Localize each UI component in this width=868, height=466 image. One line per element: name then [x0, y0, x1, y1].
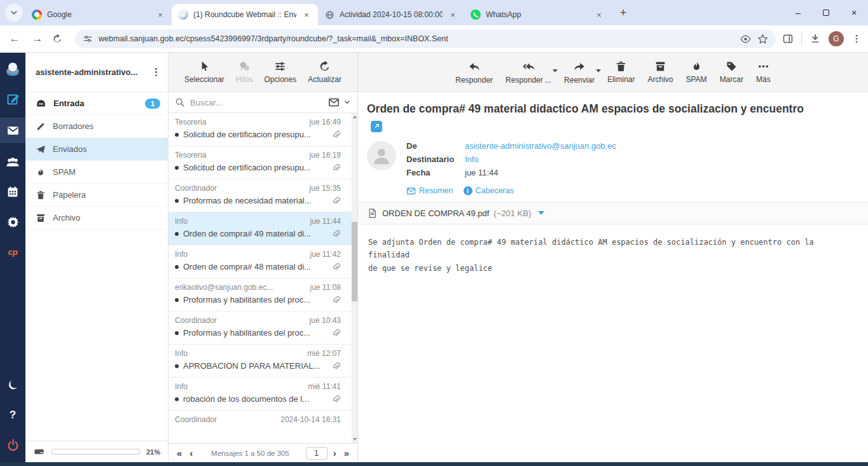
scroll-up-icon[interactable] — [353, 116, 357, 118]
prev-page-button[interactable]: ‹ — [188, 448, 195, 458]
url-text[interactable]: webmail.sanjuan.gob.ec/cpsess5423996997/… — [99, 34, 734, 43]
window-controls: – × — [784, 0, 868, 25]
list-scrollbar[interactable] — [352, 113, 357, 443]
message-row[interactable]: erikaolivo@sanjuan.gob.ec...jue 11:08 Pr… — [169, 278, 357, 312]
scroll-down-icon[interactable] — [353, 438, 357, 441]
folder-spam[interactable]: SPAM — [25, 161, 168, 184]
tab-whatsapp[interactable]: WhatsApp × — [464, 4, 610, 25]
tab-search-button[interactable] — [5, 4, 23, 22]
message-row[interactable]: Tesoreriajue 16:49 Solicitud de certific… — [169, 113, 357, 146]
minimize-button[interactable]: – — [784, 0, 812, 25]
tab-close-icon[interactable]: × — [301, 10, 312, 20]
message-row[interactable]: Coordinadorjue 15:35 Proformas de necesi… — [169, 179, 357, 212]
threads-button[interactable]: Hilos — [231, 60, 258, 84]
date: jue 11:42 — [310, 250, 341, 259]
preview-eye-icon[interactable] — [740, 34, 751, 45]
reply-button[interactable]: Responder — [451, 60, 497, 85]
maximize-button[interactable] — [812, 0, 840, 25]
close-button[interactable]: × — [840, 0, 868, 25]
message-row[interactable]: Tesoreriajue 16:19 Solicitud de certific… — [169, 146, 357, 179]
next-page-button[interactable]: › — [331, 448, 338, 458]
message-row[interactable]: Coordinadorjue 10:43 Proformas y habilit… — [169, 312, 357, 345]
side-panel-icon[interactable] — [782, 33, 794, 45]
nav-mail[interactable] — [0, 118, 25, 143]
browser-menu-icon[interactable] — [851, 34, 862, 44]
subject: Solicitud de certificacion presupu... — [183, 130, 327, 139]
chevron-down-icon — [343, 99, 351, 106]
message-row-selected[interactable]: Infojue 11:44 Orden de compra# 49 materi… — [169, 212, 357, 245]
nav-calendar[interactable] — [0, 181, 25, 203]
download-icon[interactable] — [809, 33, 821, 45]
folder-archivo[interactable]: Archivo — [25, 207, 168, 230]
folder-papelera[interactable]: Papelera — [25, 184, 168, 207]
tab-google[interactable]: Google × — [25, 4, 172, 25]
select-button[interactable]: Seleccionar — [180, 60, 229, 84]
spam-button[interactable]: SPAM — [682, 60, 712, 84]
tab-actividad[interactable]: Actividad 2024-10-15 08:00:00 × — [318, 4, 464, 25]
quota-bar: 21% — [25, 441, 168, 462]
open-in-new-window-icon[interactable] — [371, 121, 382, 132]
account-name: asistente-administrativo... — [36, 67, 151, 77]
subject: Proformas de necesidad material... — [183, 196, 327, 205]
reply-icon — [468, 60, 481, 73]
help-button[interactable]: ? — [0, 404, 25, 426]
message-row[interactable]: Infomié 11:41 robación de los documentos… — [169, 378, 357, 411]
contacts-icon — [6, 155, 20, 169]
tab-close-icon[interactable]: × — [594, 10, 604, 20]
nav-contacts[interactable] — [0, 151, 25, 173]
folder-enviados[interactable]: Enviados — [25, 138, 168, 161]
page-number-input[interactable] — [306, 447, 327, 460]
tab-roundcube[interactable]: (1) Roundcube Webmail :: Envia × — [172, 4, 318, 25]
bookmark-star-icon[interactable] — [757, 34, 768, 45]
attachment-menu-caret-icon[interactable] — [538, 211, 544, 215]
scrollbar-thumb[interactable] — [352, 222, 357, 301]
folder-borradores[interactable]: Borradores — [25, 115, 168, 138]
message-row[interactable]: Infomié 12:07 APROBACION D PARA MATERIAL… — [169, 345, 357, 378]
unread-dot — [175, 331, 179, 335]
from-address-link[interactable]: asistente-administrativo@sanjuan.gob.ec — [465, 141, 616, 151]
nav-settings[interactable] — [0, 211, 25, 233]
message-row[interactable]: Coordinador2024-10-14 16:31 — [169, 411, 357, 443]
sender: Info — [175, 250, 188, 259]
message-row[interactable]: Infojue 11:42 Orden de compra# 48 materi… — [169, 245, 357, 278]
attachment-name[interactable]: ORDEN DE COMPRA 49.pdf — [382, 209, 489, 218]
search-input[interactable] — [190, 98, 323, 107]
search-scope-button[interactable] — [328, 97, 351, 108]
dark-mode-toggle[interactable] — [0, 374, 25, 396]
date-label: Fecha — [406, 168, 465, 177]
reply-all-button[interactable]: Responder ... — [501, 60, 556, 85]
options-button[interactable]: Opciones — [259, 60, 301, 84]
to-recipient-link[interactable]: Info — [465, 154, 479, 164]
summary-toggle[interactable]: Resumen — [406, 186, 453, 196]
button-label: Eliminar — [607, 75, 635, 84]
send-icon — [36, 144, 46, 154]
first-page-button[interactable]: « — [175, 448, 184, 458]
delete-button[interactable]: Eliminar — [603, 60, 639, 84]
tab-close-icon[interactable]: × — [155, 10, 165, 20]
cpanel-link[interactable]: cp — [0, 241, 25, 263]
folder-options-icon[interactable] — [151, 67, 162, 78]
profile-avatar[interactable]: G — [829, 31, 844, 46]
tab-close-icon[interactable]: × — [448, 10, 458, 20]
headers-toggle[interactable]: iCabeceras — [464, 186, 514, 195]
more-button[interactable]: Más — [752, 60, 775, 84]
search-icon — [175, 97, 185, 107]
tab-title: Google — [47, 10, 150, 19]
refresh-button[interactable]: Actualizar — [303, 60, 346, 84]
new-tab-button[interactable]: + — [614, 4, 632, 22]
back-button[interactable]: ← — [6, 32, 23, 45]
forward-button[interactable]: → — [29, 32, 46, 45]
to-label: Destinatario — [406, 154, 465, 164]
address-bar[interactable]: webmail.sanjuan.gob.ec/cpsess5423996997/… — [75, 29, 776, 48]
mark-button[interactable]: Marcar — [715, 60, 748, 84]
site-settings-icon[interactable] — [83, 34, 93, 44]
reload-button[interactable] — [52, 34, 69, 44]
archive-button[interactable]: Archivo — [643, 60, 677, 84]
forward-button[interactable]: Reenviar — [560, 60, 599, 85]
last-page-button[interactable]: » — [342, 448, 351, 458]
date: jue 11:44 — [310, 217, 341, 226]
logout-button[interactable] — [0, 434, 25, 456]
sender: Coordinador — [175, 184, 217, 193]
compose-button[interactable] — [0, 88, 25, 109]
folder-entrada[interactable]: Entrada 1 — [25, 92, 168, 115]
